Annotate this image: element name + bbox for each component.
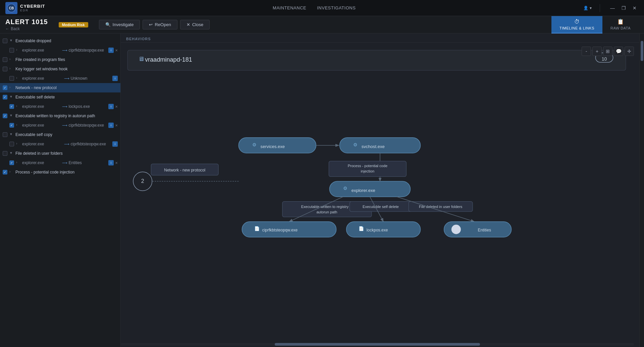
- back-button[interactable]: ← Back: [5, 26, 51, 31]
- minimize-button[interactable]: —: [608, 5, 617, 11]
- checkbox-network[interactable]: [3, 85, 7, 90]
- item-close[interactable]: ✕: [115, 161, 118, 165]
- sidebar-item-process-inject[interactable]: › Process - potential code injection: [0, 167, 120, 177]
- topnav: CB CYBERBIT EDR MAINTENANCE INVESTIGATIO…: [0, 0, 644, 16]
- investigate-button[interactable]: 🔍 Investigate: [99, 20, 140, 29]
- checkbox-explorer-unknown[interactable]: [9, 76, 14, 81]
- comment-button[interactable]: 💬: [614, 47, 623, 56]
- sidebar-item-keylogger[interactable]: › Key logger set windows hook: [0, 64, 120, 74]
- item-label-from: explorer.exe: [22, 123, 61, 128]
- sidebar-item-explorer-lockpos[interactable]: › explorer.exe ⟶ lockpos.exe i ✕: [0, 102, 120, 111]
- alert-title-group: ALERT 1015 ← Back: [5, 18, 51, 31]
- expand-icon[interactable]: ▼: [9, 95, 14, 99]
- checkbox-explorer-cipr3[interactable]: [9, 142, 14, 146]
- sidebar-item-explorer-cipr2[interactable]: › explorer.exe ⟶ ciprfkbtsteopqw.exe i ✕: [0, 121, 120, 130]
- restore-button[interactable]: ❐: [620, 5, 628, 11]
- close-button[interactable]: ✕: [631, 5, 639, 11]
- header-tabs: ⏱ TIMELINE & LINKS 📋 RAW DATA: [551, 16, 639, 33]
- host-count: 10: [602, 56, 607, 62]
- checkbox-explorer-lockpos[interactable]: [9, 104, 14, 109]
- checkbox-keylogger[interactable]: [3, 67, 7, 71]
- checkbox-exe-autorun[interactable]: [3, 114, 7, 118]
- user-dropdown-icon: ▾: [590, 6, 592, 10]
- close-icon: ✕: [186, 22, 190, 27]
- close-label: Close: [192, 22, 203, 27]
- separator: [600, 4, 600, 12]
- tab-timeline-label: TIMELINE & LINKS: [559, 26, 594, 30]
- expand-icon[interactable]: ›: [16, 123, 21, 128]
- expand-icon[interactable]: ›: [9, 170, 14, 175]
- label-services: services.exe: [261, 144, 285, 149]
- right-scrollbar[interactable]: [639, 33, 644, 347]
- logo: CB CYBERBIT EDR: [5, 2, 45, 14]
- nav-investigations[interactable]: INVESTIGATIONS: [317, 5, 356, 10]
- expand-icon[interactable]: ›: [16, 48, 21, 53]
- sidebar-item-network-new-protocol[interactable]: › Network - new protocol: [0, 83, 120, 92]
- sidebar-item-explorer-unknown[interactable]: › explorer.exe ⟶ Unknown i: [0, 74, 120, 83]
- sidebar-item-file-deleted[interactable]: ▼ File deleted in user folders: [0, 149, 120, 158]
- expand-icon[interactable]: ›: [9, 67, 14, 71]
- graph-area[interactable]: - + ⊞ 💬 ✛ 🖥 vraadminapd-181 10: [121, 43, 639, 347]
- expand-icon[interactable]: ›: [16, 76, 21, 81]
- sidebar-item-exe-self-copy[interactable]: ▼ Executable self copy: [0, 130, 120, 139]
- arrow-icon: ⟶: [62, 48, 67, 53]
- item-close[interactable]: ✕: [115, 124, 118, 127]
- sidebar-item-explorer-cipr3[interactable]: › explorer.exe ⟶ ciprfkbtsteopqw.exe i: [0, 139, 120, 149]
- expand-icon[interactable]: ›: [9, 85, 14, 90]
- checkbox-explorer-entities[interactable]: [9, 160, 14, 165]
- tab-rawdata[interactable]: 📋 RAW DATA: [602, 16, 639, 33]
- user-menu[interactable]: 👤 ▾: [583, 6, 592, 10]
- tab-timeline[interactable]: ⏱ TIMELINE & LINKS: [551, 16, 602, 33]
- svg-text:⚙: ⚙: [343, 186, 347, 191]
- layout-button[interactable]: ⊞: [603, 47, 612, 56]
- item-label-from: explorer.exe: [22, 104, 61, 109]
- item-label: Executable self copy: [15, 132, 118, 137]
- item-label: Network - new protocol: [15, 85, 118, 90]
- reopen-button[interactable]: ↩ ReOpen: [143, 20, 177, 29]
- expand-icon[interactable]: ›: [16, 142, 21, 146]
- checkbox-file-deleted[interactable]: [3, 151, 7, 156]
- checkbox-explorer-cipr2[interactable]: [9, 123, 14, 128]
- right-scrollbar-thumb[interactable]: [641, 41, 643, 61]
- checkbox-exe-self-copy[interactable]: [3, 132, 7, 137]
- checkbox-exe-self-delete[interactable]: [3, 95, 7, 99]
- expand-icon[interactable]: ▼: [9, 114, 14, 118]
- sidebar-item-explorer-cipr1[interactable]: › explorer.exe ⟶ ciprfkbtsteopqw.exe i ✕: [0, 46, 120, 55]
- nav-maintenance[interactable]: MAINTENANCE: [273, 5, 306, 10]
- graph-scrollbar[interactable]: [121, 343, 634, 346]
- item-label-from: explorer.exe: [22, 48, 61, 53]
- graph-scrollbar-thumb[interactable]: [275, 343, 480, 346]
- main-content: BEHAVIORS - + ⊞ 💬 ✛ 🖥 vraad: [121, 33, 639, 347]
- investigate-label: Investigate: [113, 22, 134, 27]
- expand-icon[interactable]: ›: [16, 104, 21, 109]
- checkbox-process-inject[interactable]: [3, 170, 7, 175]
- sidebar-item-exe-dropped[interactable]: ▼ Executable dropped: [0, 36, 120, 46]
- checkbox-explorer-cipr1[interactable]: [9, 48, 14, 53]
- sidebar-item-exe-self-delete[interactable]: ▼ Executable self delete: [0, 92, 120, 102]
- arrow-icon: ⟶: [64, 142, 69, 146]
- svg-text:File deleted in user folders: File deleted in user folders: [419, 205, 463, 209]
- sidebar-item-file-created[interactable]: › File created in program files: [0, 55, 120, 64]
- expand-icon[interactable]: ›: [9, 57, 14, 62]
- sidebar-item-exe-autorun[interactable]: ▼ Executable written to registry in auto…: [0, 111, 120, 121]
- tab-rawdata-label: RAW DATA: [610, 26, 631, 30]
- item-close[interactable]: ✕: [115, 105, 118, 109]
- tooltip-network: Network - new protocol: [164, 168, 205, 172]
- zoom-minus-button[interactable]: -: [582, 47, 591, 56]
- expand-icon[interactable]: ▼: [9, 151, 14, 156]
- close-button[interactable]: ✕ Close: [180, 20, 210, 29]
- expand-icon[interactable]: ▼: [9, 132, 14, 137]
- checkbox-exe-dropped[interactable]: [3, 39, 7, 43]
- checkbox-file-created[interactable]: [3, 57, 7, 62]
- item-label-from: explorer.exe: [22, 142, 63, 146]
- expand-icon[interactable]: ▼: [9, 39, 14, 43]
- topnav-links: MAINTENANCE INVESTIGATIONS: [273, 5, 356, 10]
- zoom-plus-button[interactable]: +: [592, 47, 602, 56]
- add-button[interactable]: ✛: [625, 47, 634, 56]
- arrow-icon: ⟶: [62, 105, 67, 109]
- item-badge: i: [108, 123, 114, 128]
- expand-icon[interactable]: ›: [16, 160, 21, 165]
- arrow-icon: ⟶: [64, 76, 69, 81]
- item-close[interactable]: ✕: [115, 49, 118, 52]
- sidebar-item-explorer-entities[interactable]: › explorer.exe ⟶ Entities i ✕: [0, 158, 120, 167]
